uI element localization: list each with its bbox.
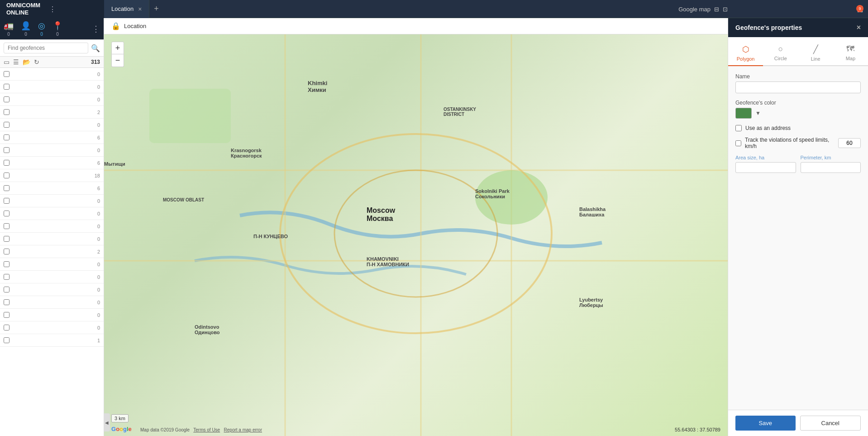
list-item[interactable]: 0 bbox=[0, 283, 104, 296]
color-swatch[interactable] bbox=[735, 108, 752, 119]
coordinates-display: 55.64303 : 37.50789 bbox=[675, 427, 720, 432]
sidebar-item-persons[interactable]: 👤 0 bbox=[21, 21, 31, 37]
use-as-address-checkbox[interactable] bbox=[735, 125, 742, 131]
krasnogorsk-label: KrasnogorskКрасногорск bbox=[231, 148, 262, 158]
search-input[interactable] bbox=[4, 43, 88, 53]
perimeter-field-label: Perimeter, km bbox=[801, 155, 861, 160]
name-field-input[interactable] bbox=[735, 81, 861, 93]
zoom-out-button[interactable]: − bbox=[111, 54, 124, 67]
location-tab[interactable]: Location × bbox=[104, 0, 149, 18]
list-item-checkbox[interactable] bbox=[4, 198, 10, 204]
list-view-grid-button[interactable]: ▭ bbox=[4, 58, 10, 66]
list-item-checkbox[interactable] bbox=[4, 109, 10, 115]
sidebar-menu-button[interactable]: ⋮ bbox=[92, 24, 100, 34]
map-zoom-controls: + − bbox=[111, 42, 124, 67]
top-bar: OMNICOMM ONLINE ⋮ Location × + Google ma… bbox=[0, 0, 868, 18]
list-item[interactable]: 0 bbox=[0, 296, 104, 309]
list-item-checkbox[interactable] bbox=[4, 337, 10, 343]
list-item[interactable]: 2 bbox=[0, 106, 104, 119]
list-item[interactable]: 6 bbox=[0, 157, 104, 169]
sidebar-collapse-button[interactable]: ◀ bbox=[104, 413, 110, 431]
list-item[interactable]: 0 bbox=[0, 119, 104, 131]
list-item-checkbox[interactable] bbox=[4, 185, 10, 191]
left-sidebar: 🚛 0 👤 0 ◎ 0 📍 0 ⋮ 🔍 ▭ ☰ 📂 ↻ 313 bbox=[0, 18, 104, 436]
list-item-checkbox[interactable] bbox=[4, 172, 10, 178]
cancel-button[interactable]: Cancel bbox=[800, 416, 861, 431]
perimeter-input[interactable] bbox=[801, 162, 861, 173]
list-item-checkbox[interactable] bbox=[4, 71, 10, 77]
track-violations-checkbox[interactable] bbox=[735, 140, 741, 146]
tab-line[interactable]: ╱ Line bbox=[798, 41, 833, 66]
list-item-checkbox[interactable] bbox=[4, 211, 10, 216]
window-minimize-icon[interactable]: ⊟ bbox=[714, 6, 719, 13]
search-button[interactable]: 🔍 bbox=[91, 44, 100, 53]
list-item[interactable]: 2 bbox=[0, 245, 104, 258]
color-field-group: Geofence's color ▼ bbox=[735, 100, 861, 119]
top-menu-button[interactable]: ⋮ bbox=[46, 0, 59, 18]
sidebar-item-geofences[interactable]: ◎ 0 bbox=[38, 21, 45, 37]
list-item[interactable]: 0 bbox=[0, 309, 104, 321]
lyubertsy-label: LyubertsyЛюберцы bbox=[579, 297, 603, 308]
list-item-checkbox[interactable] bbox=[4, 312, 10, 318]
list-item[interactable]: 0 bbox=[0, 93, 104, 106]
list-item[interactable]: 6 bbox=[0, 131, 104, 144]
notification-area[interactable]: 🖥 9 bbox=[855, 4, 864, 14]
list-item-checkbox[interactable] bbox=[4, 147, 10, 153]
list-item[interactable]: 18 bbox=[0, 169, 104, 182]
list-item[interactable]: 0 bbox=[0, 81, 104, 93]
list-item-checkbox[interactable] bbox=[4, 122, 10, 128]
zoom-in-button[interactable]: + bbox=[111, 42, 124, 54]
save-button[interactable]: Save bbox=[735, 416, 796, 431]
map-area[interactable]: MoscowМосква KhimkiХимки KrasnogorskКрас… bbox=[104, 34, 728, 436]
list-item-checkbox[interactable] bbox=[4, 84, 10, 90]
list-view-list-button[interactable]: ☰ bbox=[13, 58, 19, 66]
list-refresh-button[interactable]: ↻ bbox=[34, 58, 39, 66]
logo-text: OMNICOMM ONLINE bbox=[6, 2, 40, 16]
tab-circle[interactable]: ○ Circle bbox=[763, 41, 798, 66]
sidebar-item-trucks[interactable]: 🚛 0 bbox=[4, 21, 14, 37]
window-maximize-icon[interactable]: ⊡ bbox=[723, 6, 728, 13]
truck-icon: 🚛 bbox=[4, 21, 14, 31]
svg-rect-1 bbox=[149, 89, 231, 143]
list-item-checkbox[interactable] bbox=[4, 325, 10, 331]
list-item[interactable]: 6 bbox=[0, 182, 104, 195]
list-item[interactable]: 0 bbox=[0, 321, 104, 334]
list-item[interactable]: 0 bbox=[0, 207, 104, 220]
list-item[interactable]: 0 bbox=[0, 258, 104, 271]
list-item[interactable]: 0 bbox=[0, 144, 104, 157]
list-item[interactable]: 1 bbox=[0, 334, 104, 347]
color-dropdown-button[interactable]: ▼ bbox=[755, 110, 761, 116]
tab-polygon[interactable]: ⬡ Polygon bbox=[728, 41, 763, 66]
list-item-checkbox[interactable] bbox=[4, 134, 10, 140]
list-item-checkbox[interactable] bbox=[4, 160, 10, 166]
list-folder-button[interactable]: 📂 bbox=[23, 58, 30, 66]
speed-limit-input[interactable]: 60 bbox=[838, 138, 861, 148]
list-item-checkbox[interactable] bbox=[4, 274, 10, 280]
khimki-label: KhimkiХимки bbox=[308, 80, 327, 93]
list-item-checkbox[interactable] bbox=[4, 261, 10, 267]
area-size-input[interactable] bbox=[735, 162, 796, 173]
list-item-checkbox[interactable] bbox=[4, 287, 10, 292]
list-item[interactable]: 0 bbox=[0, 233, 104, 245]
tab-close-button[interactable]: × bbox=[138, 5, 142, 13]
sidebar-icon-bar: 🚛 0 👤 0 ◎ 0 📍 0 ⋮ bbox=[0, 18, 104, 40]
list-item[interactable]: 0 bbox=[0, 271, 104, 283]
list-item[interactable]: 0 bbox=[0, 220, 104, 233]
use-as-address-row: Use as an address bbox=[735, 125, 861, 131]
list-item-checkbox[interactable] bbox=[4, 223, 10, 229]
list-item-checkbox[interactable] bbox=[4, 96, 10, 102]
khamovniki-label: KHAMOVNIKIП-Н ХАМОВНИКИ bbox=[367, 256, 409, 267]
list-item[interactable]: 0 bbox=[0, 195, 104, 207]
list-item-checkbox[interactable] bbox=[4, 249, 10, 254]
tab-circle-label: Circle bbox=[774, 56, 787, 61]
tab-add-button[interactable]: + bbox=[154, 4, 159, 14]
panel-close-button[interactable]: × bbox=[857, 24, 861, 32]
list-count: 313 bbox=[91, 59, 100, 65]
list-item[interactable]: 0 bbox=[0, 68, 104, 81]
moscow-oblast-label: MOSCOW OBLAST bbox=[163, 197, 204, 202]
list-item-checkbox[interactable] bbox=[4, 236, 10, 242]
list-item-checkbox[interactable] bbox=[4, 299, 10, 305]
tab-map[interactable]: 🗺 Map bbox=[833, 41, 868, 66]
sidebar-item-poi[interactable]: 📍 0 bbox=[52, 21, 62, 37]
map-background: MoscowМосква KhimkiХимки KrasnogorskКрас… bbox=[104, 34, 728, 436]
